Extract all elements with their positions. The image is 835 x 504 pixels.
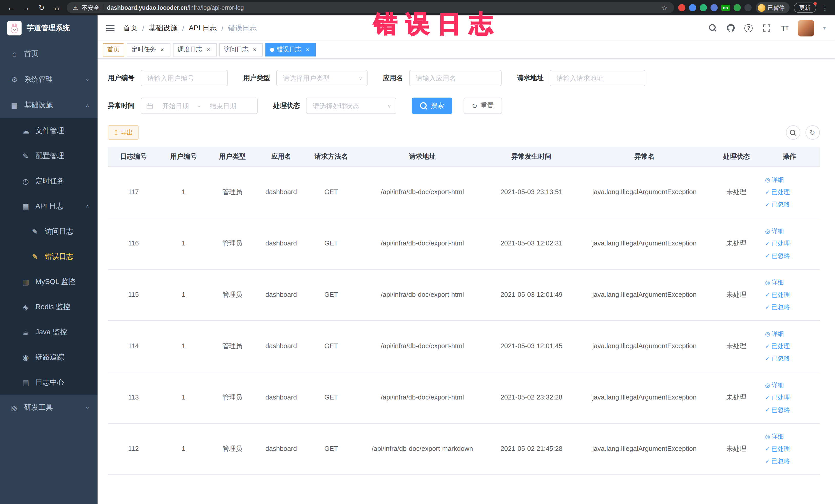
action-ignored[interactable]: ✓已忽略: [765, 354, 790, 363]
tab-error-log[interactable]: 错误日志×: [265, 43, 316, 56]
search-button[interactable]: 搜索: [412, 98, 452, 114]
action-ignored[interactable]: ✓已忽略: [765, 302, 790, 312]
action-processed[interactable]: ✓已处理: [765, 187, 790, 197]
tab-access-log[interactable]: 访问日志×: [219, 43, 263, 56]
action-detail[interactable]: ◎详细: [765, 431, 784, 441]
sidebar-item-system[interactable]: ⚙系统管理∨: [0, 67, 98, 93]
extension-icon-red[interactable]: [678, 4, 685, 11]
tab-job[interactable]: 定时任务×: [127, 43, 170, 56]
sidebar-item-label: 系统管理: [24, 75, 85, 84]
browser-update-button[interactable]: 更新: [793, 3, 816, 13]
eye-icon: ◎: [765, 175, 770, 185]
action-detail[interactable]: ◎详细: [765, 278, 784, 287]
sidebar-item-redis[interactable]: ◈Redis 监控: [0, 294, 98, 319]
end-date-input[interactable]: [203, 99, 243, 113]
tab-home[interactable]: 首页: [103, 43, 124, 56]
browser-home-icon[interactable]: ⌂: [51, 2, 63, 13]
sidebar-item-log-center[interactable]: ▤日志中心: [0, 370, 98, 395]
avatar[interactable]: [798, 20, 814, 36]
close-icon[interactable]: ×: [251, 46, 258, 53]
bookmark-star-icon[interactable]: ☆: [662, 4, 668, 12]
request-url-input[interactable]: [550, 70, 645, 86]
action-ignored[interactable]: ✓已忽略: [765, 251, 790, 261]
sidebar-item-error-log[interactable]: ✎错误日志: [0, 244, 98, 269]
extension-icon-blue-grid[interactable]: [710, 4, 717, 11]
sidebar-item-file[interactable]: ☁文件管理: [0, 118, 98, 143]
tab-job-log[interactable]: 调度日志×: [173, 43, 217, 56]
breadcrumb-item[interactable]: API 日志: [189, 23, 217, 33]
reset-button[interactable]: ↻ 重置: [464, 98, 502, 114]
cell: 未处理: [714, 218, 759, 269]
close-icon[interactable]: ×: [159, 46, 166, 53]
action-detail[interactable]: ◎详细: [765, 226, 784, 236]
user-type-select[interactable]: [276, 70, 368, 86]
back-icon[interactable]: ←: [5, 2, 16, 13]
extension-icon-paw[interactable]: [744, 4, 751, 11]
start-date-input[interactable]: [156, 99, 196, 113]
search-icon[interactable]: [708, 23, 717, 33]
breadcrumb-item[interactable]: 首页: [123, 23, 138, 33]
extension-icon-blue-drop[interactable]: [689, 4, 696, 11]
sidebar-item-job[interactable]: ◷定时任务: [0, 168, 98, 194]
security-warning-icon[interactable]: ⚠: [73, 4, 78, 11]
app-name-input[interactable]: [409, 70, 502, 86]
cell: /api/infra/db-doc/export-markdown: [357, 423, 488, 475]
sidebar-item-api-log[interactable]: ▤API 日志∧: [0, 194, 98, 219]
browser-menu-icon[interactable]: ⋮: [820, 4, 830, 12]
cell: 管理员: [208, 218, 257, 269]
toggle-search-button[interactable]: [786, 125, 800, 140]
fullscreen-icon[interactable]: [762, 23, 771, 33]
refresh-table-button[interactable]: ↻: [805, 125, 820, 140]
tab-label: 错误日志: [277, 45, 301, 54]
user-id-input[interactable]: [141, 70, 228, 86]
github-icon[interactable]: [726, 23, 735, 33]
breadcrumb-item[interactable]: 基础设施: [149, 23, 178, 33]
profile-chip[interactable]: 已暂停: [755, 2, 789, 13]
cell: 未处理: [714, 320, 759, 372]
action-label: 已处理: [771, 341, 790, 351]
action-processed[interactable]: ✓已处理: [765, 392, 790, 402]
sidebar-toggle-button[interactable]: [98, 15, 123, 41]
app-logo-row[interactable]: 芋道管理系统: [0, 15, 98, 41]
action-label: 详细: [772, 175, 784, 185]
forward-icon[interactable]: →: [21, 2, 32, 13]
sidebar-item-access-log[interactable]: ✎访问日志: [0, 219, 98, 244]
sidebar-item-trace[interactable]: ◉链路追踪: [0, 345, 98, 370]
sidebar-item-home[interactable]: ⌂首页: [0, 41, 98, 67]
action-processed[interactable]: ✓已处理: [765, 239, 790, 248]
reload-icon[interactable]: ↻: [36, 2, 47, 13]
close-icon[interactable]: ×: [205, 46, 212, 53]
action-processed[interactable]: ✓已处理: [765, 290, 790, 300]
font-size-icon[interactable]: TT: [780, 23, 789, 33]
sidebar-item-label: 访问日志: [45, 227, 89, 236]
sidebar-item-config[interactable]: ✎配置管理: [0, 143, 98, 168]
extension-on-badge[interactable]: on: [721, 5, 730, 11]
sidebar-item-mysql[interactable]: ▥MySQL 监控: [0, 269, 98, 294]
cell: 1: [159, 269, 208, 320]
sidebar-item-label: 日志中心: [36, 378, 89, 387]
sidebar-item-label: API 日志: [36, 202, 85, 211]
sidebar-item-dev-tools[interactable]: ▧研发工具∨: [0, 395, 98, 421]
sidebar-item-java[interactable]: ☕Java 监控: [0, 319, 98, 345]
action-ignored[interactable]: ✓已忽略: [765, 405, 790, 415]
action-ignored[interactable]: ✓已忽略: [765, 200, 790, 209]
cell: /api/infra/db-doc/export-html: [357, 320, 488, 372]
caret-down-icon[interactable]: ▾: [823, 25, 826, 31]
process-status-select[interactable]: [306, 98, 396, 114]
export-button[interactable]: ↥ 导出: [108, 125, 139, 140]
action-ignored[interactable]: ✓已忽略: [765, 456, 790, 466]
address-bar[interactable]: ⚠ 不安全 dashboard.yudao.iocoder.cn/infra/l…: [67, 2, 674, 13]
date-range-picker[interactable]: -: [141, 98, 258, 114]
action-processed[interactable]: ✓已处理: [765, 341, 790, 351]
extension-icon-leaf[interactable]: [733, 4, 740, 11]
extension-icon-green-circle[interactable]: [699, 4, 707, 11]
action-detail[interactable]: ◎详细: [765, 329, 784, 339]
help-icon[interactable]: ?: [744, 23, 753, 33]
check-icon: ✓: [765, 290, 770, 300]
action-detail[interactable]: ◎详细: [765, 175, 784, 185]
sidebar-item-infra[interactable]: ▦基础设施∧: [0, 93, 98, 118]
sidebar-item-label: 配置管理: [36, 151, 89, 160]
action-detail[interactable]: ◎详细: [765, 380, 784, 390]
action-processed[interactable]: ✓已处理: [765, 444, 790, 454]
close-icon[interactable]: ×: [304, 46, 311, 53]
